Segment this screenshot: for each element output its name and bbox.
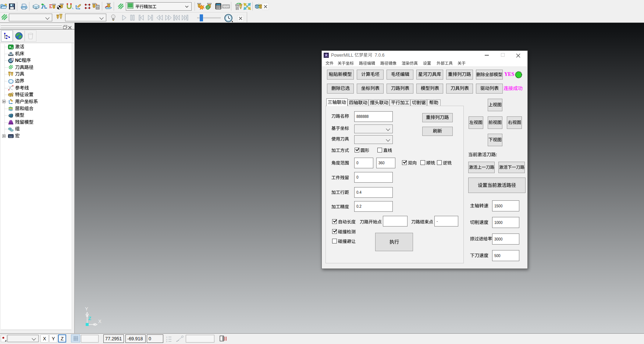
svg-text:z: z: [166, 340, 167, 342]
svg-text:Z: Z: [88, 316, 91, 321]
svg-text:X: X: [98, 319, 102, 324]
svg-text:Y: Y: [85, 306, 88, 312]
